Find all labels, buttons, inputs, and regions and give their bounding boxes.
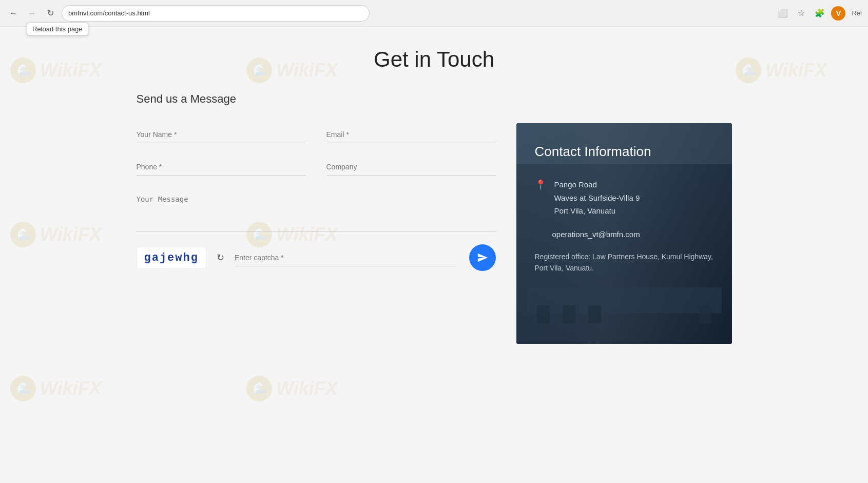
message-field-container bbox=[137, 191, 496, 234]
back-button[interactable]: ← bbox=[6, 6, 21, 21]
phone-company-row bbox=[137, 159, 496, 176]
page-content: 🌊 WikiFX 🌊 WikiFX 🌊 WikiFX 🌊 WikiFX 🌊 Wi… bbox=[0, 27, 868, 483]
phone-input[interactable] bbox=[137, 159, 306, 176]
message-textarea[interactable] bbox=[137, 191, 496, 232]
page-title: Get in Touch bbox=[0, 47, 868, 72]
name-field bbox=[137, 126, 306, 143]
bookmark-icon[interactable]: ☆ bbox=[794, 6, 808, 21]
page-title-section: Get in Touch bbox=[0, 47, 868, 72]
company-field bbox=[326, 159, 496, 176]
email-input[interactable] bbox=[326, 126, 496, 143]
form-section: Send us a Message bbox=[137, 92, 496, 344]
browser-icons: ⬜ ☆ 🧩 V Rel bbox=[776, 6, 862, 21]
watermark-7: 🌊 WikiFX bbox=[246, 376, 338, 401]
company-input[interactable] bbox=[326, 159, 496, 176]
send-icon bbox=[477, 252, 488, 263]
email-field bbox=[326, 126, 496, 143]
location-icon: 📍 bbox=[535, 179, 546, 190]
contact-info-card: Contact Information 📍 Pango Road Waves a… bbox=[516, 123, 732, 344]
main-layout: Send us a Message bbox=[75, 92, 794, 344]
form-title: Send us a Message bbox=[137, 92, 496, 106]
url-text: bmfnvt.com/contact-us.html bbox=[68, 9, 150, 17]
watermark-6: 🌊 WikiFX bbox=[10, 376, 102, 401]
reload-tooltip: Reload this page bbox=[27, 23, 88, 35]
registered-office-text: Registered office: Law Partners House, K… bbox=[535, 251, 713, 274]
cast-icon[interactable]: ⬜ bbox=[776, 6, 790, 21]
name-email-row bbox=[137, 126, 496, 143]
browser-bar: ← → ↻ bmfnvt.com/contact-us.html ⬜ ☆ 🧩 V… bbox=[0, 0, 868, 27]
address-bar[interactable]: bmfnvt.com/contact-us.html bbox=[62, 5, 370, 22]
captcha-row: gajewhg ↻ bbox=[137, 244, 496, 271]
contact-card-title: Contact Information bbox=[535, 144, 713, 160]
forward-button[interactable]: → bbox=[25, 6, 39, 21]
phone-field bbox=[137, 159, 306, 176]
email-text: operations_vt@bmfn.com bbox=[552, 230, 713, 239]
address-text: Pango Road Waves at Surfside-Villa 9 Por… bbox=[554, 178, 640, 218]
submit-button[interactable] bbox=[469, 244, 496, 271]
address-item: 📍 Pango Road Waves at Surfside-Villa 9 P… bbox=[535, 178, 713, 218]
captcha-refresh-button[interactable]: ↻ bbox=[215, 250, 226, 265]
reload-button[interactable]: ↻ bbox=[43, 6, 57, 21]
page-inner: Get in Touch Send us a Message bbox=[0, 27, 868, 364]
name-input[interactable] bbox=[137, 126, 306, 143]
contact-card-content: Contact Information 📍 Pango Road Waves a… bbox=[516, 123, 732, 294]
profile-avatar[interactable]: V bbox=[831, 6, 845, 21]
rel-label: Rel bbox=[852, 9, 862, 17]
captcha-image: gajewhg bbox=[137, 247, 206, 269]
captcha-input[interactable] bbox=[235, 249, 456, 266]
extensions-icon[interactable]: 🧩 bbox=[813, 6, 827, 21]
